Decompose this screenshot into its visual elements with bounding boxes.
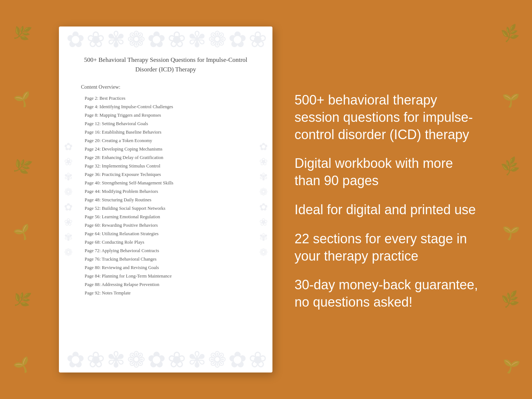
toc-item: Page 36: Practicing Exposure Techniques xyxy=(81,171,250,178)
toc-item: Page 40: Strengthening Self-Management S… xyxy=(81,179,250,187)
toc-item: Page 56: Learning Emotional Regulation xyxy=(81,213,250,220)
toc-item: Page 2: Best Practices xyxy=(81,95,250,102)
toc-item: Page 28: Enhancing Delay of Gratificatio… xyxy=(81,154,250,161)
toc-item: Page 52: Building Social Support Network… xyxy=(81,205,250,212)
floral-sprig: 🌱 xyxy=(12,224,32,242)
floral-sprig: 🌿 xyxy=(500,291,520,308)
main-container: ✿ ❀ ✾ ❁ ✿ ❀ ✾ ❁ ✿ ❀ ✿ ❀ ✾ ❁ ✿ ❀ ✾ ❁ ✿ ❀ … xyxy=(0,0,532,399)
toc-item: Page 84: Planning for Long-Term Maintena… xyxy=(81,272,250,280)
toc-item: Page 88: Addressing Relapse Prevention xyxy=(81,281,250,288)
toc-item: Page 76: Tracking Behavioral Changes xyxy=(81,255,250,263)
feature-text-1: Digital workbook with more than 90 pages xyxy=(295,155,480,190)
table-of-contents: Page 2: Best PracticesPage 4: Identifyin… xyxy=(81,95,250,297)
floral-decoration-left: 🌿 🌱 🌿 🌱 🌿 🌱 xyxy=(0,0,44,399)
toc-item: Page 60: Rewarding Positive Behaviors xyxy=(81,222,250,229)
floral-sprig: 🌿 xyxy=(499,157,520,176)
toc-item: Page 44: Modifying Problem Behaviors xyxy=(81,188,250,195)
document-title: 500+ Behavioral Therapy Session Question… xyxy=(81,55,250,74)
toc-item: Page 48: Structuring Daily Routines xyxy=(81,196,250,204)
floral-sprig: 🌿 xyxy=(12,24,32,42)
toc-item: Page 8: Mapping Triggers and Responses xyxy=(81,112,250,119)
toc-item: Page 72: Applying Behavioral Contracts xyxy=(81,247,250,254)
feature-text-0: 500+ behavioral therapy session question… xyxy=(295,92,480,143)
floral-sprig: 🌿 xyxy=(13,291,32,308)
doc-decoration-left: ✿❀✾❁✿❀✾❁ xyxy=(59,56,77,343)
floral-decoration-right: 🌿 🌱 🌿 🌱 🌿 🌱 xyxy=(488,0,532,399)
feature-text-3: 22 sections for every stage in your ther… xyxy=(295,230,480,265)
doc-decoration-right: ✿❀✾❁✿❀✾❁ xyxy=(254,56,272,343)
toc-item: Page 4: Identifying Impulse-Control Chal… xyxy=(81,103,250,110)
toc-item: Page 80: Reviewing and Revising Goals xyxy=(81,264,250,271)
doc-decoration-top: ✿ ❀ ✾ ❁ ✿ ❀ ✾ ❁ ✿ ❀ xyxy=(59,27,272,52)
toc-item: Page 20: Creating a Token Economy xyxy=(81,137,250,144)
document-preview: ✿ ❀ ✾ ❁ ✿ ❀ ✾ ❁ ✿ ❀ ✿ ❀ ✾ ❁ ✿ ❀ ✾ ❁ ✿ ❀ … xyxy=(59,27,272,372)
floral-sprig: 🌱 xyxy=(11,356,32,375)
toc-item: Page 68: Conducting Role Plays xyxy=(81,239,250,246)
toc-item: Page 64: Utilizing Relaxation Strategies xyxy=(81,230,250,237)
toc-item: Page 32: Implementing Stimulus Control xyxy=(81,162,250,170)
floral-sprig: 🌱 xyxy=(13,91,32,108)
feature-text-2: Ideal for digital and printed use xyxy=(295,201,480,219)
doc-decoration-bottom: ✿ ❀ ✾ ❁ ✿ ❀ ✾ ❁ ✿ ❀ xyxy=(59,347,272,372)
floral-sprig: 🌿 xyxy=(11,157,32,176)
content-overview-heading: Content Overview: xyxy=(81,84,250,90)
floral-sprig: 🌿 xyxy=(500,24,520,42)
toc-item: Page 16: Establishing Baseline Behaviors xyxy=(81,128,250,136)
toc-item: Page 24: Developing Coping Mechanisms xyxy=(81,145,250,153)
right-panel: 500+ behavioral therapy session question… xyxy=(295,88,480,311)
floral-sprig: 🌱 xyxy=(499,356,520,375)
toc-item: Page 12: Setting Behavioral Goals xyxy=(81,120,250,127)
feature-text-4: 30-day money-back guarantee, no question… xyxy=(295,276,480,311)
floral-sprig: 🌱 xyxy=(500,224,520,242)
floral-sprig: 🌱 xyxy=(500,91,520,108)
toc-item: Page 92: Notes Template xyxy=(81,289,250,297)
